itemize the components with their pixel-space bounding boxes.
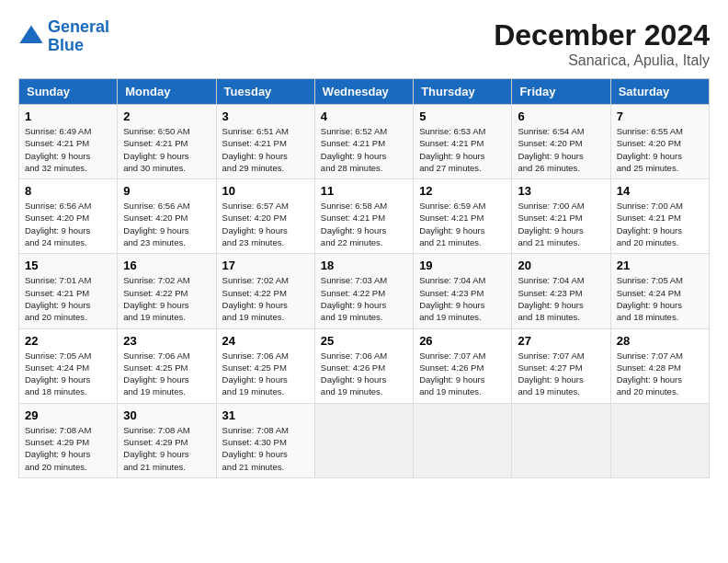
calendar-cell: 17Sunrise: 7:02 AM Sunset: 4:22 PM Dayli… bbox=[216, 254, 314, 328]
day-number: 18 bbox=[321, 259, 407, 272]
calendar-header-sunday: Sunday bbox=[19, 79, 118, 105]
logo-line2: Blue bbox=[48, 36, 84, 54]
day-number: 17 bbox=[222, 259, 309, 272]
day-info: Sunrise: 7:06 AM Sunset: 4:25 PM Dayligh… bbox=[222, 350, 309, 398]
day-number: 2 bbox=[123, 109, 210, 123]
day-number: 14 bbox=[617, 184, 703, 198]
calendar-cell: 16Sunrise: 7:02 AM Sunset: 4:22 PM Dayli… bbox=[118, 254, 216, 328]
calendar-header-tuesday: Tuesday bbox=[216, 79, 314, 105]
day-info: Sunrise: 7:07 AM Sunset: 4:27 PM Dayligh… bbox=[518, 350, 604, 398]
day-number: 13 bbox=[518, 184, 604, 198]
day-number: 16 bbox=[123, 259, 210, 272]
calendar-cell: 6Sunrise: 6:54 AM Sunset: 4:20 PM Daylig… bbox=[512, 105, 610, 179]
day-number: 22 bbox=[25, 334, 111, 348]
day-info: Sunrise: 7:04 AM Sunset: 4:23 PM Dayligh… bbox=[419, 274, 506, 323]
calendar-week-4: 22Sunrise: 7:05 AM Sunset: 4:24 PM Dayli… bbox=[19, 328, 710, 403]
calendar-cell: 9Sunrise: 6:56 AM Sunset: 4:20 PM Daylig… bbox=[118, 179, 216, 254]
logo-text: General Blue bbox=[48, 18, 109, 55]
calendar-cell: 8Sunrise: 6:56 AM Sunset: 4:20 PM Daylig… bbox=[19, 179, 118, 254]
calendar-cell: 22Sunrise: 7:05 AM Sunset: 4:24 PM Dayli… bbox=[19, 328, 118, 403]
day-info: Sunrise: 6:49 AM Sunset: 4:21 PM Dayligh… bbox=[25, 125, 111, 174]
calendar-cell: 25Sunrise: 7:06 AM Sunset: 4:26 PM Dayli… bbox=[314, 328, 413, 403]
calendar-cell: 18Sunrise: 7:03 AM Sunset: 4:22 PM Dayli… bbox=[314, 254, 413, 328]
calendar-cell: 2Sunrise: 6:50 AM Sunset: 4:21 PM Daylig… bbox=[118, 105, 216, 179]
calendar-header-wednesday: Wednesday bbox=[314, 79, 413, 105]
day-number: 23 bbox=[123, 334, 210, 348]
day-number: 26 bbox=[419, 334, 506, 348]
day-info: Sunrise: 7:00 AM Sunset: 4:21 PM Dayligh… bbox=[617, 200, 703, 248]
day-info: Sunrise: 6:52 AM Sunset: 4:21 PM Dayligh… bbox=[321, 125, 407, 174]
calendar-cell: 30Sunrise: 7:08 AM Sunset: 4:29 PM Dayli… bbox=[118, 403, 216, 477]
calendar-cell: 26Sunrise: 7:07 AM Sunset: 4:26 PM Dayli… bbox=[414, 328, 512, 403]
day-number: 20 bbox=[518, 259, 604, 272]
calendar-cell: 21Sunrise: 7:05 AM Sunset: 4:24 PM Dayli… bbox=[610, 254, 709, 328]
calendar-cell bbox=[610, 403, 709, 477]
day-info: Sunrise: 6:56 AM Sunset: 4:20 PM Dayligh… bbox=[25, 200, 111, 248]
calendar-week-3: 15Sunrise: 7:01 AM Sunset: 4:21 PM Dayli… bbox=[19, 254, 710, 328]
day-number: 30 bbox=[123, 408, 210, 422]
day-number: 25 bbox=[321, 334, 407, 348]
day-info: Sunrise: 6:53 AM Sunset: 4:21 PM Dayligh… bbox=[419, 125, 506, 174]
calendar-cell: 7Sunrise: 6:55 AM Sunset: 4:20 PM Daylig… bbox=[610, 105, 709, 179]
calendar-cell: 14Sunrise: 7:00 AM Sunset: 4:21 PM Dayli… bbox=[610, 179, 709, 254]
calendar-cell: 31Sunrise: 7:08 AM Sunset: 4:30 PM Dayli… bbox=[216, 403, 314, 477]
day-number: 8 bbox=[25, 184, 111, 198]
day-info: Sunrise: 7:03 AM Sunset: 4:22 PM Dayligh… bbox=[321, 274, 407, 323]
day-number: 24 bbox=[222, 334, 309, 348]
calendar-cell: 27Sunrise: 7:07 AM Sunset: 4:27 PM Dayli… bbox=[512, 328, 610, 403]
day-number: 7 bbox=[617, 109, 703, 123]
day-info: Sunrise: 7:08 AM Sunset: 4:29 PM Dayligh… bbox=[123, 424, 210, 473]
day-info: Sunrise: 6:50 AM Sunset: 4:21 PM Dayligh… bbox=[123, 125, 210, 174]
day-number: 31 bbox=[222, 408, 309, 422]
calendar-table: SundayMondayTuesdayWednesdayThursdayFrid… bbox=[18, 78, 710, 478]
day-info: Sunrise: 7:02 AM Sunset: 4:22 PM Dayligh… bbox=[222, 274, 309, 323]
calendar-header-friday: Friday bbox=[512, 79, 610, 105]
day-info: Sunrise: 7:02 AM Sunset: 4:22 PM Dayligh… bbox=[123, 274, 210, 323]
calendar-cell: 5Sunrise: 6:53 AM Sunset: 4:21 PM Daylig… bbox=[414, 105, 512, 179]
calendar-cell: 23Sunrise: 7:06 AM Sunset: 4:25 PM Dayli… bbox=[118, 328, 216, 403]
day-info: Sunrise: 6:51 AM Sunset: 4:21 PM Dayligh… bbox=[222, 125, 309, 174]
day-info: Sunrise: 7:08 AM Sunset: 4:29 PM Dayligh… bbox=[25, 424, 111, 473]
month-title: December 2024 bbox=[494, 18, 710, 52]
calendar-cell: 29Sunrise: 7:08 AM Sunset: 4:29 PM Dayli… bbox=[19, 403, 118, 477]
day-number: 4 bbox=[321, 109, 407, 123]
calendar-cell: 1Sunrise: 6:49 AM Sunset: 4:21 PM Daylig… bbox=[19, 105, 118, 179]
day-info: Sunrise: 7:05 AM Sunset: 4:24 PM Dayligh… bbox=[617, 274, 703, 323]
day-info: Sunrise: 7:04 AM Sunset: 4:23 PM Dayligh… bbox=[518, 274, 604, 323]
calendar-cell bbox=[314, 403, 413, 477]
day-number: 29 bbox=[25, 408, 111, 422]
day-info: Sunrise: 7:01 AM Sunset: 4:21 PM Dayligh… bbox=[25, 274, 111, 323]
calendar-cell: 11Sunrise: 6:58 AM Sunset: 4:21 PM Dayli… bbox=[314, 179, 413, 254]
day-number: 1 bbox=[25, 109, 111, 123]
calendar-cell: 12Sunrise: 6:59 AM Sunset: 4:21 PM Dayli… bbox=[414, 179, 512, 254]
location-title: Sanarica, Apulia, Italy bbox=[494, 52, 710, 69]
day-number: 28 bbox=[617, 334, 703, 348]
day-info: Sunrise: 7:08 AM Sunset: 4:30 PM Dayligh… bbox=[222, 424, 309, 473]
day-info: Sunrise: 6:58 AM Sunset: 4:21 PM Dayligh… bbox=[321, 200, 407, 248]
day-number: 6 bbox=[518, 109, 604, 123]
day-number: 27 bbox=[518, 334, 604, 348]
day-number: 5 bbox=[419, 109, 506, 123]
calendar-week-2: 8Sunrise: 6:56 AM Sunset: 4:20 PM Daylig… bbox=[19, 179, 710, 254]
day-number: 19 bbox=[419, 259, 506, 272]
calendar-cell: 3Sunrise: 6:51 AM Sunset: 4:21 PM Daylig… bbox=[216, 105, 314, 179]
day-info: Sunrise: 6:55 AM Sunset: 4:20 PM Dayligh… bbox=[617, 125, 703, 174]
day-info: Sunrise: 7:07 AM Sunset: 4:26 PM Dayligh… bbox=[419, 350, 506, 398]
logo-icon bbox=[18, 24, 44, 50]
title-block: December 2024 Sanarica, Apulia, Italy bbox=[494, 18, 710, 69]
calendar-header-monday: Monday bbox=[118, 79, 216, 105]
calendar-week-5: 29Sunrise: 7:08 AM Sunset: 4:29 PM Dayli… bbox=[19, 403, 710, 477]
day-number: 12 bbox=[419, 184, 506, 198]
logo-line1: General bbox=[48, 17, 109, 36]
calendar-cell: 20Sunrise: 7:04 AM Sunset: 4:23 PM Dayli… bbox=[512, 254, 610, 328]
day-number: 15 bbox=[25, 259, 111, 272]
calendar-cell bbox=[414, 403, 512, 477]
svg-marker-0 bbox=[19, 25, 42, 43]
calendar-cell: 19Sunrise: 7:04 AM Sunset: 4:23 PM Dayli… bbox=[414, 254, 512, 328]
calendar-cell: 4Sunrise: 6:52 AM Sunset: 4:21 PM Daylig… bbox=[314, 105, 413, 179]
calendar-cell: 10Sunrise: 6:57 AM Sunset: 4:20 PM Dayli… bbox=[216, 179, 314, 254]
calendar-header-saturday: Saturday bbox=[610, 79, 709, 105]
calendar-cell bbox=[512, 403, 610, 477]
day-info: Sunrise: 7:07 AM Sunset: 4:28 PM Dayligh… bbox=[617, 350, 703, 398]
day-info: Sunrise: 6:57 AM Sunset: 4:20 PM Dayligh… bbox=[222, 200, 309, 248]
